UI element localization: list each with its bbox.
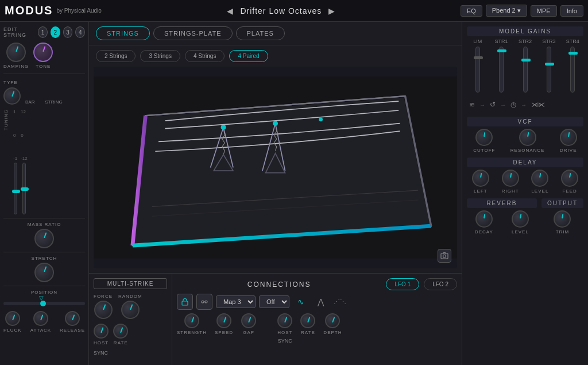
4paired-tab[interactable]: 4 Paired [229,50,268,62]
str4-track[interactable] [570,47,575,93]
slider1-track[interactable] [14,163,17,214]
svg-rect-20 [182,301,188,305]
damping-group: DAMPING [3,43,29,69]
map-select[interactable]: Map 3 [216,295,256,308]
str3-track[interactable] [547,47,551,93]
position-slider[interactable] [3,302,85,305]
triangle-wave-button[interactable]: ⋀ [312,294,328,310]
mass-ratio-knob[interactable] [34,229,54,248]
chain-arrow-1: → [479,102,485,108]
string-2-button[interactable]: 2 [51,26,60,38]
lim-thumb[interactable] [474,56,483,59]
speed-label: SPEED [215,330,233,335]
conn-sync-label: SYNC [278,338,292,344]
reverb-level-knob[interactable] [512,210,529,228]
str4-label: STR4 [562,39,583,44]
lim-track[interactable] [475,47,480,93]
delay-level-knob[interactable] [531,170,548,187]
cutoff-knob[interactable] [475,129,493,146]
app-logo: MODUS [5,4,53,17]
reverb-section: REVERB DECAY LEVEL [467,198,537,235]
slider2-thumb[interactable] [21,187,29,191]
conn-host-knob[interactable] [277,313,292,328]
strength-knob[interactable] [184,313,199,328]
speed-knob[interactable] [216,313,231,328]
right-delay-knob[interactable] [502,170,519,187]
pluck-knob[interactable] [5,311,20,326]
decay-knob[interactable] [475,210,493,228]
multi-strike-title[interactable]: MULTI-STRIKE [94,278,167,289]
strings-tab[interactable]: STRINGS [96,26,150,40]
connections-title: CONNECTIONS [177,281,381,289]
release-knob[interactable] [65,311,80,326]
mg-sliders [467,47,583,93]
pluck-label: PLUCK [3,328,22,333]
random-knob[interactable] [121,301,140,319]
app-wrapper: MODUS by Physical Audio ◀ Drifter Low Oc… [0,0,588,365]
lfo1-button[interactable]: LFO 1 [386,278,419,290]
damping-knob[interactable] [6,43,26,62]
sawtooth-wave-button[interactable]: ⋰⋱ [332,294,348,310]
stretch-knob[interactable] [34,263,54,282]
str3-thumb[interactable] [545,63,554,66]
resonance-knob[interactable] [519,129,536,146]
type-knob[interactable] [3,87,21,105]
lim-fader [467,47,488,93]
str4-fader [562,47,583,93]
position-row: ▽ [3,299,85,308]
prev-patch-button[interactable]: ◀ [227,6,233,16]
str2-thumb[interactable] [521,59,531,62]
conn-lock-button[interactable] [177,294,193,310]
sine-wave-button[interactable]: ∿ [293,294,309,310]
mpe-button[interactable]: MPE [531,5,557,17]
4strings-tab[interactable]: 4 Strings [185,50,225,62]
plates-tab[interactable]: PLATES [236,26,285,40]
str2-track[interactable] [523,47,528,93]
pbend-button[interactable]: Pbend 2 ▾ [486,5,527,17]
ms-rate-knob[interactable] [113,324,128,339]
tone-knob[interactable] [33,43,53,62]
delay-feed-knob[interactable] [561,170,578,187]
position-thumb[interactable] [40,301,46,306]
fx-chain-row: ≋ → ↺ → ◷ → ⋊⋉ [467,99,583,110]
strings-plate-tab[interactable]: STRINGS-PLATE [153,26,233,40]
trim-knob[interactable] [554,210,571,228]
conn-link-button[interactable] [196,294,212,310]
string-3-button[interactable]: 3 [63,26,73,38]
screenshot-button[interactable] [438,249,451,263]
lfo2-button[interactable]: LFO 2 [424,278,457,290]
host-select[interactable]: Off [259,295,289,308]
slider1-bot: -1 [13,156,17,161]
strings-svg [94,67,457,268]
conn-host-label: HOST [277,330,292,335]
gap-knob[interactable] [241,313,256,328]
mass-ratio-label: MASS RATIO [28,222,61,227]
sliders-wrapper: 1 0 -1 12 0 -12 [13,109,28,214]
svg-point-13 [319,117,323,121]
connections-panel: CONNECTIONS LFO 1 LFO 2 [172,274,462,365]
3strings-tab[interactable]: 3 Strings [140,50,180,62]
str1-thumb[interactable] [497,49,506,52]
slider1-thumb[interactable] [12,190,20,193]
lim-label: LIM [467,39,488,44]
vcf-drive-label: DRIVE [560,148,577,153]
next-patch-button[interactable]: ▶ [328,6,335,16]
string-1-button[interactable]: 1 [38,26,48,38]
str1-track[interactable] [499,47,504,93]
eq-button[interactable]: EQ [461,5,482,17]
attack-knob[interactable] [33,311,48,326]
2strings-tab[interactable]: 2 Strings [96,50,136,62]
app-logo-sub: by Physical Audio [56,7,101,14]
force-knob[interactable] [94,301,113,319]
depth-knob[interactable] [325,313,340,328]
ms-host-knob[interactable] [94,324,109,339]
str1-fader [490,47,512,93]
output-knob-row: TRIM [541,210,583,235]
str4-thumb[interactable] [568,52,578,55]
conn-rate-knob[interactable] [300,313,315,328]
info-button[interactable]: Info [560,5,583,17]
slider2-track[interactable] [22,163,26,214]
left-delay-knob[interactable] [472,170,489,187]
string-4-button[interactable]: 4 [75,26,85,38]
vcf-drive-knob[interactable] [560,129,577,146]
